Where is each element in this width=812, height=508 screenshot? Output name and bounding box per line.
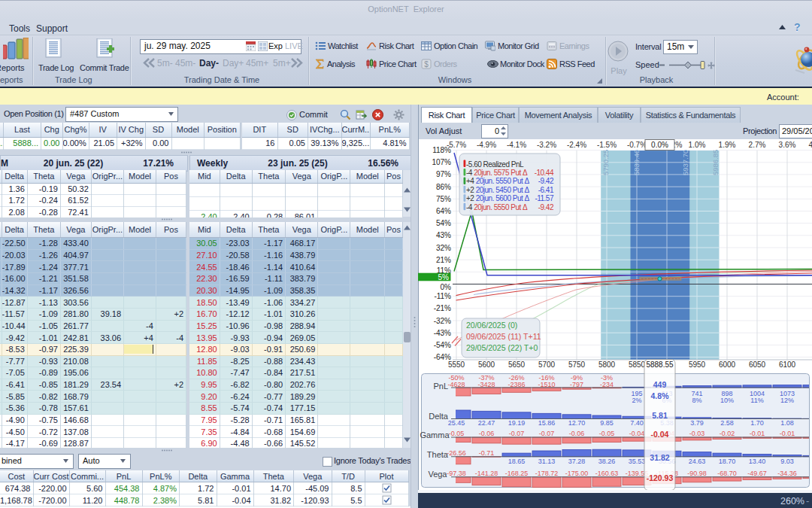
svg-text:-1.5%: -1.5% bbox=[597, 141, 617, 149]
svg-text:PnL: PnL bbox=[433, 382, 448, 391]
svg-text:449: 449 bbox=[653, 380, 667, 389]
svg-text:35.53: 35.53 bbox=[629, 458, 646, 465]
svg-text:-43%: -43% bbox=[434, 329, 451, 337]
svg-text:+4 20jun. 5550 Put Δ: +4 20jun. 5550 Put Δ bbox=[466, 177, 530, 185]
svg-text:29/05/2025 (22) T+0: 29/05/2025 (22) T+0 bbox=[466, 343, 538, 352]
svg-text:-4.9%: -4.9% bbox=[477, 141, 496, 149]
svg-text:-797: -797 bbox=[570, 381, 583, 388]
svg-text:10%: 10% bbox=[720, 397, 734, 404]
svg-text:75%: 75% bbox=[436, 195, 451, 203]
svg-text:31.13: 31.13 bbox=[538, 458, 556, 465]
svg-text:-9.42: -9.42 bbox=[538, 203, 554, 211]
svg-text:Gamma: Gamma bbox=[420, 430, 450, 440]
svg-text:-0.05: -0.05 bbox=[449, 430, 465, 437]
svg-text:-0.03: -0.03 bbox=[689, 430, 705, 437]
svg-text:37.28: 37.28 bbox=[568, 458, 586, 465]
svg-text:-1510: -1510 bbox=[538, 381, 555, 388]
svg-text:-54%: -54% bbox=[434, 341, 451, 349]
svg-text:Delta: Delta bbox=[429, 412, 449, 421]
svg-text:-178.72: -178.72 bbox=[535, 470, 559, 477]
svg-text:9.85: 9.85 bbox=[600, 419, 614, 427]
svg-text:-2.4%: -2.4% bbox=[567, 141, 586, 149]
svg-text:-4.1%: -4.1% bbox=[507, 141, 526, 149]
svg-text:64%: 64% bbox=[436, 207, 451, 215]
svg-text:1.0%: 1.0% bbox=[689, 141, 706, 149]
svg-text:18.65: 18.65 bbox=[508, 458, 526, 465]
svg-text:5600: 5600 bbox=[478, 360, 495, 369]
svg-text:5839.40: 5839.40 bbox=[632, 150, 641, 175]
svg-text:-68.70: -68.70 bbox=[717, 470, 737, 477]
svg-text:8%: 8% bbox=[692, 397, 701, 404]
svg-text:-0.01: -0.01 bbox=[750, 430, 765, 437]
svg-text:+2 20jun. 5450 Put Δ: +2 20jun. 5450 Put Δ bbox=[466, 186, 530, 194]
svg-text:2%: 2% bbox=[632, 397, 641, 404]
svg-text:4.8%: 4.8% bbox=[651, 391, 670, 400]
svg-text:-0.04: -0.04 bbox=[651, 430, 669, 439]
svg-text:5.81: 5.81 bbox=[652, 411, 668, 420]
svg-text:107%: 107% bbox=[432, 158, 451, 166]
svg-text:19.19: 19.19 bbox=[508, 419, 526, 427]
svg-text:-3.2%: -3.2% bbox=[537, 141, 556, 149]
svg-text:0%: 0% bbox=[441, 283, 452, 291]
svg-text:6050: 6050 bbox=[749, 360, 766, 369]
svg-text:3.79: 3.79 bbox=[690, 419, 704, 427]
svg-text:5937.70: 5937.70 bbox=[681, 150, 689, 175]
svg-text:11%: 11% bbox=[750, 397, 763, 404]
svg-text:-0.71: -0.71 bbox=[479, 449, 495, 457]
svg-text:12.70: 12.70 bbox=[568, 419, 586, 427]
svg-text:-97.38: -97.38 bbox=[447, 470, 466, 477]
svg-text:09/06/2025 (11) T+11: 09/06/2025 (11) T+11 bbox=[466, 332, 541, 341]
svg-text:86%: 86% bbox=[436, 183, 451, 191]
svg-text:-6.41: -6.41 bbox=[538, 186, 554, 194]
svg-text:-0.02: -0.02 bbox=[720, 430, 735, 437]
svg-text:$: $ bbox=[424, 60, 429, 68]
svg-text:-0.06: -0.06 bbox=[479, 430, 495, 437]
svg-text:-5.7%: -5.7% bbox=[447, 141, 466, 149]
svg-text:6100: 6100 bbox=[779, 360, 796, 369]
svg-text:-0.01: -0.01 bbox=[780, 430, 795, 437]
svg-text:1.08: 1.08 bbox=[780, 419, 794, 427]
svg-text:0.0%: 0.0% bbox=[651, 141, 668, 149]
svg-text:31.82: 31.82 bbox=[650, 453, 669, 462]
svg-text:5550: 5550 bbox=[448, 360, 465, 369]
svg-text:+2 20jun. 5600 Put Δ: +2 20jun. 5600 Put Δ bbox=[466, 194, 530, 202]
svg-text:-11.57: -11.57 bbox=[535, 194, 554, 202]
svg-text:5850: 5850 bbox=[629, 360, 646, 369]
svg-text:5800: 5800 bbox=[598, 360, 616, 369]
svg-text:22.47: 22.47 bbox=[478, 419, 495, 427]
svg-text:-0.05: -0.05 bbox=[599, 430, 615, 437]
svg-text:2.7%: 2.7% bbox=[749, 141, 766, 149]
svg-text:5%: 5% bbox=[438, 273, 450, 281]
svg-text:25.45: 25.45 bbox=[448, 419, 465, 427]
svg-text:20/06/2025 (0): 20/06/2025 (0) bbox=[466, 321, 517, 330]
svg-text:15.86: 15.86 bbox=[538, 419, 556, 427]
svg-text:-141.28: -141.28 bbox=[475, 470, 498, 477]
svg-text:5790.25: 5790.25 bbox=[601, 150, 610, 175]
svg-text:9.03: 9.03 bbox=[780, 458, 794, 465]
svg-text:-21%: -21% bbox=[434, 304, 451, 312]
svg-text:-11%: -11% bbox=[434, 292, 451, 300]
svg-text:Theta: Theta bbox=[427, 450, 449, 459]
svg-text:5750: 5750 bbox=[568, 360, 586, 369]
svg-text:5700: 5700 bbox=[538, 360, 556, 369]
svg-text:-0.7%: -0.7% bbox=[627, 141, 647, 149]
svg-text:38.26: 38.26 bbox=[598, 458, 616, 465]
svg-text:-4 20jun. 5575 Put Δ: -4 20jun. 5575 Put Δ bbox=[466, 169, 528, 177]
svg-text:-0.07: -0.07 bbox=[509, 430, 525, 437]
svg-text:1.9%: 1.9% bbox=[719, 141, 736, 149]
svg-text:5888.55: 5888.55 bbox=[646, 360, 674, 369]
svg-text:5950: 5950 bbox=[689, 360, 706, 369]
svg-text:-4628: -4628 bbox=[447, 381, 465, 388]
svg-text:-0.04: -0.04 bbox=[629, 430, 645, 437]
svg-text:-0.06: -0.06 bbox=[569, 430, 585, 437]
svg-text:-3428: -3428 bbox=[477, 381, 495, 388]
svg-text:4.4%: 4.4% bbox=[809, 141, 812, 149]
svg-text:-10.44: -10.44 bbox=[535, 169, 554, 177]
svg-text:7.40: 7.40 bbox=[630, 419, 644, 427]
svg-text:18.70: 18.70 bbox=[719, 458, 736, 465]
svg-text:-0.07: -0.07 bbox=[539, 430, 555, 437]
svg-text:-168.25: -168.25 bbox=[505, 470, 529, 477]
svg-text:97%: 97% bbox=[436, 170, 451, 178]
svg-text:21%: 21% bbox=[436, 256, 451, 264]
svg-text:5650: 5650 bbox=[508, 360, 526, 369]
